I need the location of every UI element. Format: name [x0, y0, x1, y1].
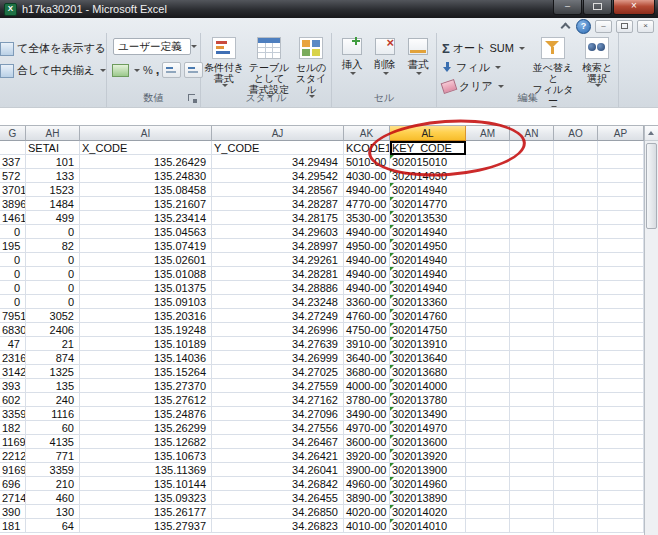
- cell[interactable]: [598, 337, 644, 351]
- cell[interactable]: 3890-00: [344, 491, 390, 505]
- field-header-cell[interactable]: [554, 141, 598, 155]
- cell[interactable]: 4940-00: [344, 281, 390, 295]
- cell[interactable]: 4000-00: [344, 379, 390, 393]
- cell[interactable]: [466, 519, 510, 533]
- cell[interactable]: 135.04563: [80, 225, 212, 239]
- cell[interactable]: [510, 505, 554, 519]
- cell[interactable]: 1461: [0, 211, 26, 225]
- cell[interactable]: [466, 393, 510, 407]
- cell[interactable]: [598, 463, 644, 477]
- cell[interactable]: 34.27162: [212, 393, 344, 407]
- formula-bar[interactable]: [0, 107, 658, 126]
- field-header-cell[interactable]: [0, 141, 26, 155]
- cell[interactable]: [598, 309, 644, 323]
- cell[interactable]: [466, 323, 510, 337]
- cell[interactable]: [510, 421, 554, 435]
- cell[interactable]: 135.27370: [80, 379, 212, 393]
- cell[interactable]: [554, 491, 598, 505]
- cell[interactable]: 181: [0, 519, 26, 533]
- cell[interactable]: [466, 505, 510, 519]
- cell[interactable]: 3780-00: [344, 393, 390, 407]
- cell[interactable]: [554, 281, 598, 295]
- insert-cells-button[interactable]: 挿入: [338, 38, 366, 75]
- column-header-AJ[interactable]: AJ: [212, 126, 344, 141]
- field-header-cell[interactable]: Y_CODE: [212, 141, 344, 155]
- cell[interactable]: 34.27025: [212, 365, 344, 379]
- cell[interactable]: 182: [0, 421, 26, 435]
- cell[interactable]: 302014020: [390, 505, 466, 519]
- cell[interactable]: [554, 309, 598, 323]
- cell[interactable]: 34.28886: [212, 281, 344, 295]
- cell[interactable]: 4760-00: [344, 309, 390, 323]
- percent-style-button[interactable]: %: [143, 64, 153, 76]
- cell[interactable]: 0: [26, 225, 80, 239]
- cell[interactable]: 302013890: [390, 491, 466, 505]
- column-header-AN[interactable]: AN: [510, 126, 554, 141]
- cell[interactable]: [466, 267, 510, 281]
- cell[interactable]: 135.01375: [80, 281, 212, 295]
- chevron-down-icon[interactable]: [191, 45, 197, 48]
- cell[interactable]: [510, 449, 554, 463]
- cell[interactable]: [598, 253, 644, 267]
- cell[interactable]: 135.09103: [80, 295, 212, 309]
- cell[interactable]: 34.27559: [212, 379, 344, 393]
- cell[interactable]: 302014950: [390, 239, 466, 253]
- cell[interactable]: 499: [26, 211, 80, 225]
- cell[interactable]: [554, 337, 598, 351]
- cell[interactable]: [598, 407, 644, 421]
- cell[interactable]: 302014000: [390, 379, 466, 393]
- cell[interactable]: [598, 393, 644, 407]
- cell[interactable]: [466, 183, 510, 197]
- cell[interactable]: 3896: [0, 197, 26, 211]
- cell[interactable]: 135.20316: [80, 309, 212, 323]
- cell[interactable]: 0: [26, 295, 80, 309]
- cell[interactable]: [510, 253, 554, 267]
- cell[interactable]: 3052: [26, 309, 80, 323]
- field-header-cell[interactable]: X_CODE: [80, 141, 212, 155]
- cell[interactable]: [554, 155, 598, 169]
- cell[interactable]: 34.29494: [212, 155, 344, 169]
- cell[interactable]: [510, 323, 554, 337]
- cell[interactable]: 3142: [0, 365, 26, 379]
- cell[interactable]: [598, 169, 644, 183]
- cell[interactable]: 302014760: [390, 309, 466, 323]
- cell[interactable]: 302014940: [390, 267, 466, 281]
- cell[interactable]: [554, 477, 598, 491]
- cell[interactable]: 34.28997: [212, 239, 344, 253]
- cell[interactable]: [598, 211, 644, 225]
- cell[interactable]: [554, 183, 598, 197]
- chevron-down-icon[interactable]: [134, 69, 140, 72]
- cell[interactable]: [510, 477, 554, 491]
- cell[interactable]: 302014750: [390, 323, 466, 337]
- cell[interactable]: [598, 421, 644, 435]
- cell[interactable]: [466, 435, 510, 449]
- cell[interactable]: 135.19248: [80, 323, 212, 337]
- cell[interactable]: [510, 197, 554, 211]
- cell[interactable]: 135.26177: [80, 505, 212, 519]
- cell[interactable]: 34.29603: [212, 225, 344, 239]
- cell[interactable]: 34.26850: [212, 505, 344, 519]
- cell[interactable]: [598, 183, 644, 197]
- collapse-ribbon-icon[interactable]: [558, 21, 572, 31]
- cell[interactable]: [510, 281, 554, 295]
- cell[interactable]: 135.11369: [80, 463, 212, 477]
- cell[interactable]: [554, 239, 598, 253]
- cell[interactable]: 302014940: [390, 225, 466, 239]
- cell[interactable]: 135.24830: [80, 169, 212, 183]
- cell[interactable]: [466, 365, 510, 379]
- cell[interactable]: 34.26041: [212, 463, 344, 477]
- cell[interactable]: 460: [26, 491, 80, 505]
- cell[interactable]: 337: [0, 155, 26, 169]
- cell[interactable]: 2316: [0, 351, 26, 365]
- cell[interactable]: 602: [0, 393, 26, 407]
- cell[interactable]: 302013360: [390, 295, 466, 309]
- cell[interactable]: [598, 155, 644, 169]
- cell[interactable]: [466, 337, 510, 351]
- cell[interactable]: 302014940: [390, 253, 466, 267]
- cell[interactable]: 135.23414: [80, 211, 212, 225]
- cell[interactable]: 34.26467: [212, 435, 344, 449]
- cell[interactable]: [554, 505, 598, 519]
- cell[interactable]: 0: [26, 267, 80, 281]
- cell[interactable]: [466, 253, 510, 267]
- cell[interactable]: [510, 169, 554, 183]
